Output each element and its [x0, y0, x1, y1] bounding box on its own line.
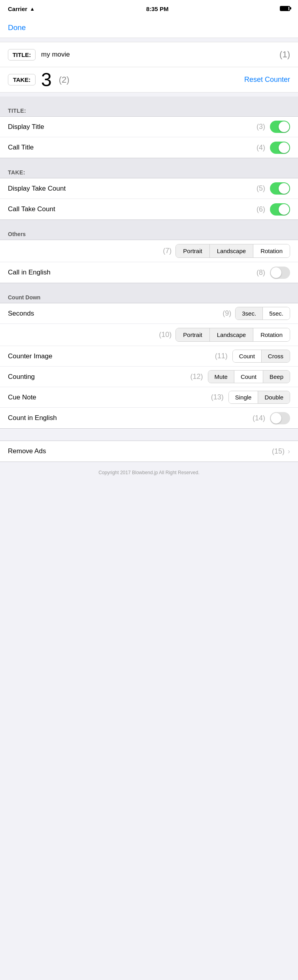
- others-section-header: Others: [0, 227, 298, 240]
- count-in-english-toggle[interactable]: [270, 412, 290, 424]
- call-title-toggle[interactable]: [270, 142, 290, 154]
- others-orientation-annotation: (7): [163, 247, 172, 255]
- counter-image-annotation: (11): [215, 352, 228, 360]
- counter-image-group: Count Cross: [232, 350, 290, 363]
- display-take-count-toggle[interactable]: [270, 182, 290, 195]
- 3sec-btn[interactable]: 3sec.: [236, 307, 263, 320]
- title-label: TITLE:: [8, 49, 36, 61]
- wifi-icon: ▲: [30, 6, 35, 12]
- display-take-count-label: Display Take Count: [8, 185, 257, 193]
- countdown-section-header: Count Down: [0, 290, 298, 303]
- beep-btn[interactable]: Beep: [263, 371, 290, 383]
- others-landscape-btn[interactable]: Landscape: [210, 244, 253, 257]
- remove-ads-section: Remove Ads (15) ›: [0, 441, 298, 462]
- title-input[interactable]: [41, 51, 272, 59]
- double-btn[interactable]: Double: [258, 391, 290, 403]
- counter-image-label: Counter Image: [8, 352, 215, 360]
- remove-ads-label: Remove Ads: [8, 447, 272, 455]
- cue-note-label: Cue Note: [8, 394, 211, 401]
- take-section: Display Take Count (5) Call Take Count (…: [0, 178, 298, 220]
- display-title-label: Display Title: [8, 123, 257, 131]
- others-orientation-row: (7) Portrait Landscape Rotation: [0, 240, 298, 262]
- others-section-gap: [0, 220, 298, 227]
- battery-icon: [280, 6, 290, 12]
- take-label: TAKE:: [8, 74, 36, 85]
- counter-image-row: Counter Image (11) Count Cross: [0, 346, 298, 367]
- countdown-section-gap: [0, 283, 298, 290]
- mute-btn[interactable]: Mute: [208, 371, 234, 383]
- countdown-landscape-btn[interactable]: Landscape: [210, 328, 253, 341]
- seconds-group: 3sec. 5sec.: [235, 307, 290, 320]
- count-in-english-row: Count in English (14): [0, 408, 298, 428]
- count-in-english-label: Count in English: [8, 414, 253, 422]
- counting-label: Counting: [8, 373, 190, 381]
- footer-text: Copyright 2017 Blowbend.jp All Right Res…: [98, 470, 199, 475]
- footer: Copyright 2017 Blowbend.jp All Right Res…: [0, 462, 298, 483]
- remove-ads-annotation: (15): [272, 447, 285, 456]
- cross-btn[interactable]: Cross: [262, 350, 290, 362]
- call-in-english-annotation: (8): [257, 269, 265, 277]
- single-btn[interactable]: Single: [229, 391, 258, 403]
- counting-count-btn[interactable]: Count: [234, 371, 263, 383]
- countdown-rotation-btn[interactable]: Rotation: [253, 328, 290, 341]
- chevron-right-icon: ›: [288, 447, 290, 456]
- take-number: 3: [41, 70, 52, 89]
- call-title-annotation: (4): [257, 144, 265, 152]
- call-in-english-row: Call in English (8): [0, 262, 298, 283]
- title-section-gap: [0, 96, 298, 104]
- call-in-english-toggle[interactable]: [270, 267, 290, 279]
- others-orientation-group: Portrait Landscape Rotation: [175, 244, 290, 258]
- display-title-annotation: (3): [257, 123, 265, 131]
- title-section: Display Title (3) Call Title (4): [0, 116, 298, 158]
- done-button[interactable]: Done: [8, 23, 26, 32]
- countdown-portrait-btn[interactable]: Portrait: [176, 328, 209, 341]
- call-title-label: Call Title: [8, 144, 257, 151]
- 5sec-btn[interactable]: 5sec.: [263, 307, 290, 320]
- countdown-orientation-group: Portrait Landscape Rotation: [175, 328, 290, 342]
- reset-counter-button[interactable]: Reset Counter: [244, 76, 290, 84]
- call-take-count-toggle[interactable]: [270, 203, 290, 216]
- others-section: (7) Portrait Landscape Rotation Call in …: [0, 240, 298, 283]
- display-title-row: Display Title (3): [0, 117, 298, 137]
- countdown-section: Seconds (9) 3sec. 5sec. (10) Portrait La…: [0, 303, 298, 429]
- seconds-label: Seconds: [8, 310, 223, 318]
- others-portrait-btn[interactable]: Portrait: [176, 244, 209, 257]
- carrier-info: Carrier ▲: [8, 6, 35, 12]
- title-annotation: (1): [279, 49, 290, 60]
- title-section-header: TITLE:: [0, 104, 298, 116]
- call-take-count-label: Call Take Count: [8, 205, 257, 213]
- others-rotation-btn[interactable]: Rotation: [253, 244, 290, 257]
- take-annotation: (2): [59, 75, 70, 85]
- call-in-english-label: Call in English: [8, 269, 257, 276]
- display-take-count-row: Display Take Count (5): [0, 178, 298, 199]
- countdown-orientation-annotation: (10): [159, 331, 172, 339]
- counting-group: Mute Count Beep: [208, 370, 290, 383]
- status-bar: Carrier ▲ 8:35 PM: [0, 0, 298, 17]
- time-label: 8:35 PM: [146, 6, 169, 12]
- display-take-count-annotation: (5): [257, 184, 265, 193]
- remove-ads-row[interactable]: Remove Ads (15) ›: [0, 441, 298, 462]
- cue-note-annotation: (13): [211, 393, 224, 401]
- seconds-row: Seconds (9) 3sec. 5sec.: [0, 303, 298, 324]
- cue-note-row: Cue Note (13) Single Double: [0, 387, 298, 408]
- display-title-toggle[interactable]: [270, 121, 290, 133]
- countdown-orientation-row: (10) Portrait Landscape Rotation: [0, 324, 298, 346]
- counting-annotation: (12): [190, 373, 203, 381]
- call-take-count-row: Call Take Count (6): [0, 199, 298, 219]
- count-btn[interactable]: Count: [233, 350, 262, 362]
- carrier-label: Carrier: [8, 6, 27, 12]
- call-take-count-annotation: (6): [257, 205, 265, 214]
- title-row: TITLE: (1): [0, 42, 298, 67]
- cue-note-group: Single Double: [228, 391, 290, 404]
- nav-bar: Done: [0, 17, 298, 38]
- take-row: TAKE: 3 (2) Reset Counter: [0, 67, 298, 93]
- count-in-english-annotation: (14): [253, 414, 265, 422]
- take-section-header: TAKE:: [0, 165, 298, 178]
- call-title-row: Call Title (4): [0, 137, 298, 158]
- counting-row: Counting (12) Mute Count Beep: [0, 367, 298, 387]
- seconds-annotation: (9): [223, 309, 231, 318]
- take-section-gap: [0, 158, 298, 165]
